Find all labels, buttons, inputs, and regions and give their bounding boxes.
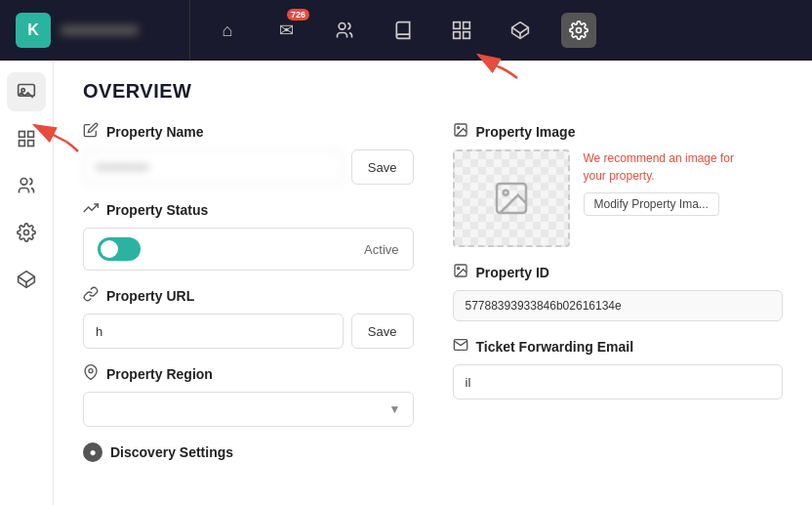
svg-point-20 xyxy=(503,190,508,195)
ticket-forwarding-section: Ticket Forwarding Email xyxy=(453,337,784,400)
chevron-down-icon: ▼ xyxy=(389,402,401,416)
property-status-label: Property Status xyxy=(83,200,414,220)
nav-home-button[interactable]: ⌂ xyxy=(210,13,245,48)
property-image-label: Property Image xyxy=(453,122,784,142)
property-id-label: Property ID xyxy=(453,263,784,282)
svg-point-16 xyxy=(89,369,93,373)
property-name-input[interactable] xyxy=(83,149,344,185)
inbox-badge: 726 xyxy=(287,9,309,21)
ticket-icon xyxy=(453,337,468,357)
property-id-label-text: Property ID xyxy=(476,265,549,280)
sidebar xyxy=(0,61,54,505)
nav-brand: K xyxy=(0,0,190,61)
image-info: We recommend an image for your property.… xyxy=(584,149,740,216)
ticket-forwarding-label: Ticket Forwarding Email xyxy=(453,337,784,357)
modify-property-image-button[interactable]: Modify Property Ima... xyxy=(584,192,719,216)
svg-rect-9 xyxy=(20,132,25,138)
property-name-label-text: Property Name xyxy=(106,124,204,140)
status-icon xyxy=(83,200,99,220)
property-status-toggle[interactable] xyxy=(98,237,141,261)
property-id-value: 57788393933846b02616134e xyxy=(453,290,784,321)
left-column: Property Name Save Property Status xyxy=(83,122,414,478)
svg-point-0 xyxy=(339,23,345,30)
svg-rect-2 xyxy=(464,22,470,29)
svg-point-14 xyxy=(24,231,29,235)
svg-point-22 xyxy=(457,268,459,270)
nav-settings-button[interactable] xyxy=(561,13,596,48)
right-column: Property Image We recommend an image for… xyxy=(453,122,784,478)
property-status-toggle-row: Active xyxy=(83,228,414,271)
property-region-label-text: Property Region xyxy=(106,366,213,382)
image-content: We recommend an image for your property.… xyxy=(453,149,784,247)
nav-grid-button[interactable] xyxy=(444,13,479,48)
svg-point-8 xyxy=(21,89,24,92)
property-url-label: Property URL xyxy=(83,286,414,306)
image-icon xyxy=(453,122,468,142)
nav-contacts-button[interactable] xyxy=(327,13,362,48)
property-name-label: Property Name xyxy=(83,122,414,142)
nav-book-button[interactable] xyxy=(386,13,421,48)
discovery-settings-label: Discovery Settings xyxy=(110,444,233,460)
property-name-save-button[interactable]: Save xyxy=(351,149,414,185)
property-url-save-button[interactable]: Save xyxy=(351,314,414,349)
ticket-forwarding-input[interactable] xyxy=(453,364,784,400)
discovery-settings-section: ● Discovery Settings xyxy=(83,442,414,462)
svg-point-6 xyxy=(577,28,582,33)
property-image-label-text: Property Image xyxy=(476,124,576,140)
nav-icon-list: ⌂ ✉ 726 xyxy=(190,13,812,48)
property-id-section: Property ID 57788393933846b02616134e xyxy=(453,263,784,321)
brand-name xyxy=(61,25,139,35)
edit-icon xyxy=(83,122,99,142)
location-icon xyxy=(83,364,99,384)
sidebar-item-property-settings[interactable] xyxy=(7,72,46,111)
toggle-knob xyxy=(101,240,118,258)
property-region-select[interactable]: US East US West EU APAC xyxy=(96,402,389,417)
main-content: OVERVIEW Property Name Save xyxy=(54,61,812,505)
nav-cube-button[interactable] xyxy=(503,13,538,48)
svg-rect-3 xyxy=(454,32,461,39)
property-url-input[interactable] xyxy=(83,314,344,349)
ticket-forwarding-label-text: Ticket Forwarding Email xyxy=(476,339,634,355)
property-status-text: Active xyxy=(364,242,398,257)
property-status-section: Property Status Active xyxy=(83,200,414,271)
discovery-settings-row: ● Discovery Settings xyxy=(83,442,414,462)
svg-rect-11 xyxy=(20,141,25,147)
property-name-section: Property Name Save xyxy=(83,122,414,185)
id-icon xyxy=(453,263,468,282)
overview-grid: Property Name Save Property Status xyxy=(83,122,783,478)
svg-rect-12 xyxy=(28,141,34,147)
sidebar-item-cube[interactable] xyxy=(7,260,46,299)
svg-rect-1 xyxy=(454,22,461,29)
avatar: K xyxy=(16,13,51,48)
link-icon xyxy=(83,286,99,306)
sidebar-item-gear[interactable] xyxy=(7,213,46,252)
page-title: OVERVIEW xyxy=(83,80,783,103)
sidebar-item-dashboard[interactable] xyxy=(7,119,46,158)
property-region-select-row[interactable]: US East US West EU APAC ▼ xyxy=(83,392,414,427)
nav-inbox-button[interactable]: ✉ 726 xyxy=(268,13,304,48)
property-url-section: Property URL Save xyxy=(83,286,414,349)
property-status-label-text: Property Status xyxy=(106,202,208,218)
svg-rect-10 xyxy=(28,132,34,138)
property-url-label-text: Property URL xyxy=(106,288,194,304)
property-image-section: Property Image We recommend an image for… xyxy=(453,122,784,247)
property-region-label: Property Region xyxy=(83,364,414,384)
image-placeholder xyxy=(453,149,570,247)
property-url-input-row: Save xyxy=(83,314,414,349)
image-recommendation: We recommend an image for your property. xyxy=(584,149,740,185)
property-region-section: Property Region US East US West EU APAC … xyxy=(83,364,414,427)
property-name-input-row: Save xyxy=(83,149,414,185)
discovery-icon: ● xyxy=(83,442,102,462)
svg-rect-4 xyxy=(464,32,470,39)
svg-point-13 xyxy=(20,179,27,186)
sidebar-item-team[interactable] xyxy=(7,166,46,205)
svg-point-18 xyxy=(457,127,459,129)
top-navigation: K ⌂ ✉ 726 xyxy=(0,0,812,61)
